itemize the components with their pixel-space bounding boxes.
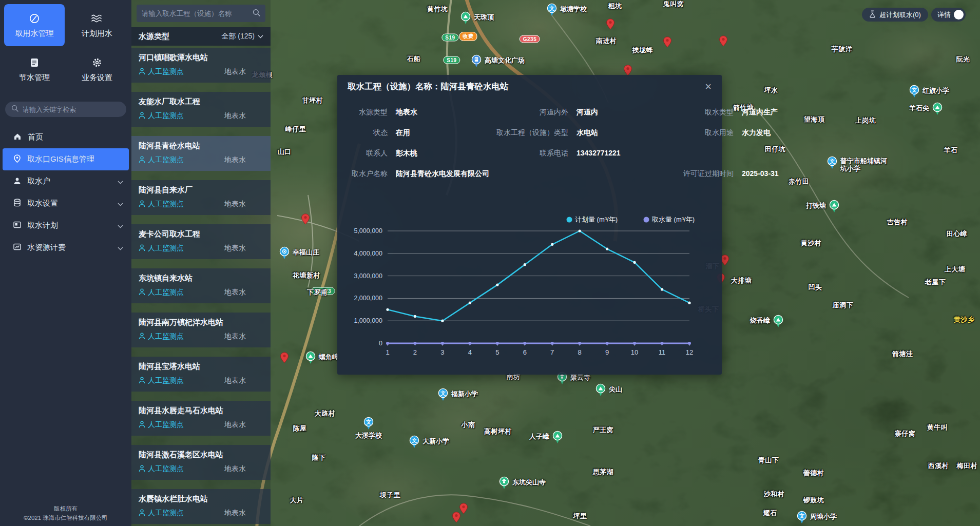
map-place-label: 高树坪村 (484, 427, 512, 436)
station-list-item[interactable]: 东坑镇自来水站人工监测点地表水 (131, 268, 271, 303)
station-list-item[interactable]: 友能水厂取水工程人工监测点地表水 (131, 92, 271, 127)
station-list-item[interactable]: 陆河县激石溪老区水电站人工监测点地表水 (131, 445, 271, 480)
station-name: 东坑镇自来水站 (139, 274, 263, 283)
field-label: 联系人 (341, 147, 388, 167)
road-badge: G235 (520, 35, 540, 43)
school-map-marker[interactable]: 文大新小学 (409, 435, 419, 451)
station-list-item[interactable]: 河口镇唱歌潭水电站人工监测点地表水 (131, 48, 271, 83)
map-marker-label: 福新小学 (451, 389, 478, 399)
map-marker-label: 螺角嶂 (319, 353, 339, 362)
red-map-pin[interactable] (280, 352, 289, 365)
water-source-type: 地表水 (224, 376, 246, 385)
station-list-item[interactable]: 陆河县宝塔水电站人工监测点地表水 (131, 357, 271, 392)
sidebar-item-user[interactable]: 取水户 (0, 170, 131, 192)
school-map-marker[interactable]: 文红旗小学 (909, 85, 919, 100)
mountain-map-marker[interactable]: 人子嶂 (552, 431, 563, 446)
module-label: 业务设置 (82, 73, 112, 83)
station-meta-row: 人工监测点地表水 (139, 200, 263, 209)
mountain-map-marker[interactable]: 尖山 (595, 383, 606, 399)
school-map-marker[interactable]: 文周塘小学 (797, 511, 807, 526)
monitor-type[interactable]: 人工监测点 (139, 420, 184, 430)
red-map-pin[interactable] (606, 18, 615, 32)
sidebar-search-input[interactable] (23, 106, 120, 113)
module-switcher: 取用水管理计划用水节水管理业务设置 (0, 0, 131, 94)
mountain-map-marker[interactable]: 打铁塘 (829, 200, 839, 215)
monitor-type[interactable]: 人工监测点 (139, 509, 184, 518)
over-plan-intake-button[interactable]: 超计划取水(0) (862, 8, 928, 22)
building-map-marker[interactable]: 高塘文化广场 (471, 54, 482, 70)
red-map-pin[interactable] (452, 512, 461, 525)
modal-fields: 水源类型地表水河道内外河道内取水类型河道内生产状态在用取水工程（设施）类型水电站… (337, 99, 722, 188)
red-map-pin[interactable] (719, 35, 728, 49)
station-list-item[interactable]: 陆河县水唇走马石水电站人工监测点地表水 (131, 401, 271, 436)
person-icon (139, 112, 145, 121)
flask-icon (869, 10, 876, 20)
plan-card-icon (13, 221, 21, 230)
monitor-type[interactable]: 人工监测点 (139, 111, 184, 121)
sidebar-item-database[interactable]: 取水设置 (0, 192, 131, 215)
map-place-label: 庙洞下 (833, 301, 854, 310)
map-place-label: 寨仔窝 (895, 429, 916, 438)
monitor-type[interactable]: 人工监测点 (139, 376, 184, 385)
legend-item[interactable]: 计划量 (m³/年) (567, 216, 618, 223)
search-icon[interactable] (253, 9, 260, 18)
station-search[interactable] (137, 5, 265, 22)
close-icon[interactable]: × (705, 81, 712, 92)
mountain-map-marker[interactable]: 螺角嶂 (305, 351, 316, 366)
station-list-item[interactable]: 麦卡公司取水工程人工监测点地表水 (131, 224, 271, 259)
module-label: 节水管理 (19, 73, 50, 83)
monitor-type[interactable]: 人工监测点 (139, 244, 184, 253)
monitor-type[interactable]: 人工监测点 (139, 200, 184, 209)
map-place-label: 思茅湖 (593, 467, 614, 477)
mountain-map-marker[interactable]: 烧香嶂 (773, 315, 783, 330)
water-source-type: 地表水 (224, 244, 246, 253)
sidebar-search[interactable] (5, 102, 126, 117)
station-search-input[interactable] (142, 10, 253, 17)
sidebar-item-home[interactable]: 首页 (0, 126, 131, 148)
station-list-item[interactable]: 陆河县青砼水电站人工监测点地表水 (131, 136, 271, 171)
monitor-type[interactable]: 人工监测点 (139, 464, 184, 474)
school-map-marker[interactable]: 文福新小学 (438, 388, 448, 403)
filter-dropdown[interactable]: 全部 (125) (221, 32, 263, 41)
monitor-label: 人工监测点 (148, 332, 184, 341)
school-map-marker[interactable]: 文普宁市船埔镇河坑小学 (827, 156, 837, 171)
toggle-knob[interactable] (954, 10, 964, 20)
mountain-map-marker[interactable]: 羊石尖 (932, 102, 943, 118)
person-icon (139, 421, 145, 430)
red-map-pin[interactable] (663, 36, 672, 50)
map-place-label: 上岗坑 (855, 116, 876, 125)
water-source-type: 地表水 (224, 420, 246, 430)
monitor-type[interactable]: 人工监测点 (139, 67, 184, 76)
module-notebook[interactable]: 节水管理 (4, 48, 65, 90)
school-map-marker[interactable]: 文墩塘学校 (547, 3, 557, 18)
svg-text:文: 文 (366, 419, 372, 425)
monitor-type[interactable]: 人工监测点 (139, 332, 184, 341)
chevron-down-icon (118, 177, 123, 186)
module-gear[interactable]: 业务设置 (67, 48, 127, 90)
svg-text:文: 文 (830, 158, 835, 164)
sidebar-item-billing[interactable]: 水资源计费 (0, 237, 131, 259)
poi-map-marker[interactable]: 幸福山庄 (279, 246, 290, 262)
nav-item-label: 水资源计费 (27, 243, 66, 252)
map-place-label: 耀石 (763, 509, 777, 518)
monitor-type[interactable]: 人工监测点 (139, 155, 184, 165)
red-map-pin[interactable] (721, 255, 729, 268)
module-water-intake-dashboard[interactable]: 取用水管理 (4, 4, 65, 46)
monitor-label: 人工监测点 (148, 111, 184, 121)
station-list-item[interactable]: 陆河县自来水厂人工监测点地表水 (131, 180, 271, 215)
monitor-type[interactable]: 人工监测点 (139, 288, 184, 297)
sidebar-item-plan-card[interactable]: 取水计划 (0, 215, 131, 237)
detail-toggle[interactable]: 详情 (931, 8, 966, 22)
red-map-pin[interactable] (301, 213, 310, 227)
filter-label: 水源类型 (139, 32, 169, 42)
legend-item[interactable]: 取水量 (m³/年) (644, 216, 695, 223)
module-waves[interactable]: 计划用水 (67, 4, 127, 46)
sidebar-item-location-pin[interactable]: 取水口GIS信息管理 (3, 148, 129, 170)
station-list-item[interactable]: 水唇镇水栏肚水电站人工监测点地表水 (131, 489, 271, 524)
temple-map-marker[interactable]: 东坑尖山寺 (499, 476, 509, 492)
water-source-type: 地表水 (224, 332, 246, 341)
chevron-down-icon (258, 35, 263, 38)
station-list-item[interactable]: 陆河县南万镇杞洋水电站人工监测点地表水 (131, 313, 271, 347)
school-map-marker[interactable]: 文大溪学校 (363, 417, 374, 432)
mountain-map-marker[interactable]: 天珠顶 (460, 11, 471, 27)
